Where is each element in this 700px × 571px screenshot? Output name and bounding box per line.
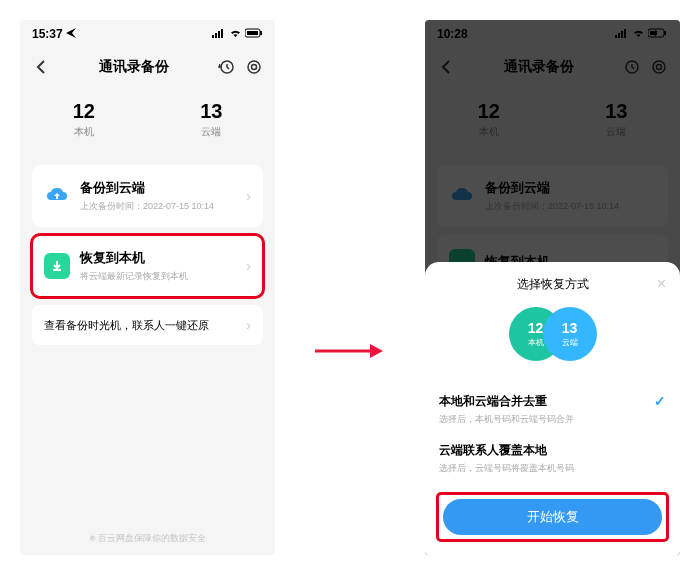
venn-local-num: 12	[528, 320, 544, 336]
close-icon[interactable]: ×	[657, 276, 666, 292]
shield-icon: ⊕	[89, 533, 96, 543]
chevron-right-icon: ›	[246, 258, 251, 274]
phone-screen-left: 15:37 通讯录备份 12 本机	[20, 20, 275, 555]
cloud-upload-icon	[44, 183, 70, 209]
venn-cloud-num: 13	[562, 320, 578, 336]
status-bar: 15:37	[20, 20, 275, 48]
flow-arrow-icon	[315, 341, 385, 365]
venn-local-label: 本机	[528, 337, 544, 348]
header: 通讯录备份	[20, 48, 275, 86]
restore-card[interactable]: 恢复到本机 将云端最新记录恢复到本机 ›	[32, 235, 263, 297]
venn-cloud-circle: 13 云端	[543, 307, 597, 361]
signal-icon	[212, 27, 226, 41]
back-button[interactable]	[32, 58, 50, 76]
stat-cloud: 13 云端	[148, 100, 276, 139]
stat-local-label: 本机	[20, 125, 148, 139]
stats-row: 12 本机 13 云端	[20, 86, 275, 157]
restore-subtitle: 将云端最新记录恢复到本机	[80, 270, 236, 283]
svg-point-8	[248, 61, 260, 73]
svg-rect-5	[247, 31, 258, 35]
gear-icon[interactable]	[245, 58, 263, 76]
page-title: 通讯录备份	[50, 58, 217, 76]
option-merge-sub: 选择后，本机号码和云端号码合并	[439, 413, 666, 426]
backup-card[interactable]: 备份到云端 上次备份时间：2022-07-15 10:14 ›	[32, 165, 263, 227]
restore-title: 恢复到本机	[80, 249, 236, 267]
time-machine-card[interactable]: 查看备份时光机，联系人一键还原 ›	[32, 305, 263, 345]
backup-title: 备份到云端	[80, 179, 236, 197]
phone-screen-right: 10:28 通讯录备份 12本机 13云端 备份到云端上次备份时间：2022-0…	[425, 20, 680, 555]
stat-cloud-label: 云端	[148, 125, 276, 139]
chevron-right-icon: ›	[246, 188, 251, 204]
time-machine-label: 查看备份时光机，联系人一键还原	[44, 318, 209, 333]
option-overwrite-sub: 选择后，云端号码将覆盖本机号码	[439, 462, 666, 475]
stat-cloud-num: 13	[148, 100, 276, 123]
svg-rect-1	[215, 33, 217, 38]
svg-point-9	[252, 65, 257, 70]
start-button-highlight: 开始恢复	[439, 495, 666, 539]
option-merge[interactable]: 本地和云端合并去重 选择后，本机号码和云端号码合并 ✓	[439, 385, 666, 434]
chevron-right-icon: ›	[246, 317, 251, 333]
option-merge-title: 本地和云端合并去重	[439, 393, 666, 410]
wifi-icon	[229, 27, 242, 41]
backup-subtitle: 上次备份时间：2022-07-15 10:14	[80, 200, 236, 213]
option-overwrite-title: 云端联系人覆盖本地	[439, 442, 666, 459]
history-icon[interactable]	[217, 58, 235, 76]
battery-icon	[245, 27, 263, 41]
stat-local-num: 12	[20, 100, 148, 123]
svg-rect-0	[212, 35, 214, 38]
stat-local: 12 本机	[20, 100, 148, 139]
sheet-title: 选择恢复方式	[517, 276, 589, 293]
svg-rect-6	[260, 31, 262, 35]
svg-rect-3	[221, 29, 223, 38]
status-time: 15:37	[32, 27, 63, 41]
download-icon	[44, 253, 70, 279]
venn-cloud-label: 云端	[562, 337, 578, 348]
footer-note: ⊕ 百云网盘保障你的数据安全	[20, 532, 275, 545]
location-icon	[66, 27, 76, 41]
option-overwrite[interactable]: 云端联系人覆盖本地 选择后，云端号码将覆盖本机号码	[439, 434, 666, 483]
svg-rect-2	[218, 31, 220, 38]
restore-method-sheet: 选择恢复方式 × 12 本机 13 云端 本地和云端合并去重 选择后，本机号码和…	[425, 262, 680, 555]
check-icon: ✓	[654, 393, 666, 409]
venn-diagram: 12 本机 13 云端	[439, 307, 666, 367]
start-restore-button[interactable]: 开始恢复	[443, 499, 662, 535]
